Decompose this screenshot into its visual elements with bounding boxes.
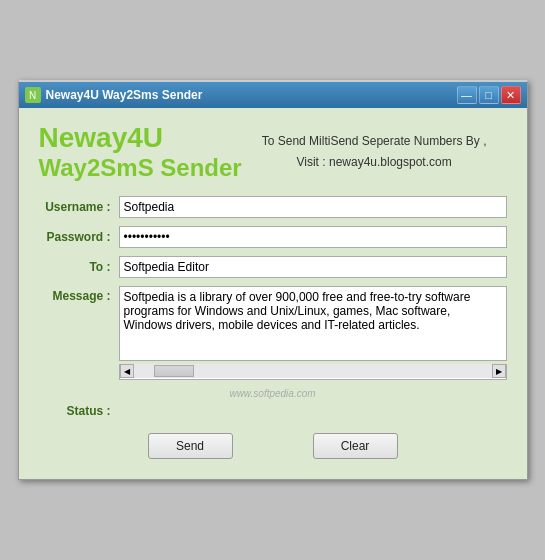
horizontal-scrollbar[interactable]: ◀ ▶ (119, 364, 507, 380)
password-row: Password : (39, 226, 507, 248)
status-row: Status : (39, 401, 507, 421)
username-row: Username : (39, 196, 507, 218)
main-window: N Neway4U Way2Sms Sender — □ ✕ Neway4U W… (18, 80, 528, 480)
message-container: Softpedia is a library of over 900,000 f… (119, 286, 507, 380)
password-label: Password : (39, 230, 119, 244)
password-input[interactable] (119, 226, 507, 248)
window-icon: N (25, 87, 41, 103)
scroll-right-button[interactable]: ▶ (492, 364, 506, 378)
app-subtitle: Way2SmS Sender (39, 154, 242, 183)
scroll-track[interactable] (134, 364, 492, 378)
send-button[interactable]: Send (148, 433, 233, 459)
form-area: Username : Password : To : Message : Sof… (39, 196, 507, 459)
status-label: Status : (39, 404, 119, 418)
username-input[interactable] (119, 196, 507, 218)
title-bar: N Neway4U Way2Sms Sender — □ ✕ (19, 82, 527, 108)
message-label: Message : (39, 286, 119, 303)
header-area: Neway4U Way2SmS Sender To Send MiltiSend… (39, 118, 507, 188)
header-info: To Send MiltiSend Seperate Numbers By , … (242, 123, 507, 172)
message-row: Message : Softpedia is a library of over… (39, 286, 507, 380)
scroll-left-button[interactable]: ◀ (120, 364, 134, 378)
minimize-button[interactable]: — (457, 86, 477, 104)
window-title: Neway4U Way2Sms Sender (46, 88, 203, 102)
to-label: To : (39, 260, 119, 274)
username-label: Username : (39, 200, 119, 214)
to-row: To : (39, 256, 507, 278)
title-controls: — □ ✕ (457, 86, 521, 104)
content-area: Neway4U Way2SmS Sender To Send MiltiSend… (19, 108, 527, 479)
info-line1: To Send MiltiSend Seperate Numbers By , (242, 131, 507, 151)
to-input[interactable] (119, 256, 507, 278)
restore-button[interactable]: □ (479, 86, 499, 104)
close-button[interactable]: ✕ (501, 86, 521, 104)
app-title-block: Neway4U Way2SmS Sender (39, 123, 242, 183)
title-bar-left: N Neway4U Way2Sms Sender (25, 87, 203, 103)
message-textarea[interactable]: Softpedia is a library of over 900,000 f… (119, 286, 507, 361)
scroll-thumb[interactable] (154, 365, 194, 377)
clear-button[interactable]: Clear (313, 433, 398, 459)
watermark: www.softpedia.com (39, 388, 507, 399)
button-row: Send Clear (39, 433, 507, 459)
app-name: Neway4U (39, 123, 242, 154)
info-line2: Visit : neway4u.blogspot.com (242, 152, 507, 172)
